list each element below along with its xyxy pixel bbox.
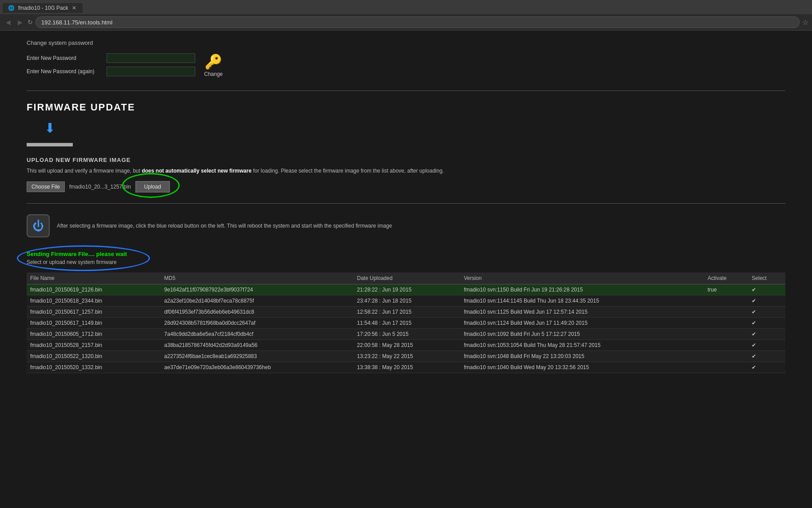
cell-select[interactable]: ✔ [748,295,785,307]
cell-md5: 7a48c9dd2dba6e5ea7cf2184cf0db4cf [161,329,353,340]
cell-activate: true [704,284,749,295]
select-firmware-hint: Select or upload new system firmware [27,259,785,265]
cell-date: 13:23:22 : May 22 2015 [354,351,461,362]
cell-md5: ae37de71e09e720a3eb06a3e860439736heb [161,362,353,373]
nav-bar: ◀ ▶ ↻ ☆ [0,14,812,30]
table-row: fmadio10_20150618_2344.bina2a23ef10be2d1… [27,295,785,307]
choose-file-btn[interactable]: Choose File [27,181,65,192]
divider-1 [27,91,785,91]
cell-activate [704,295,749,307]
upload-desc-normal: This will upload and verify a firmware i… [27,168,142,174]
reload-btn[interactable]: ⏻ [27,214,50,237]
cell-version: fmadio10 svn:1125 Build Wed Jun 17 12:57… [460,307,704,318]
cell-select[interactable]: ✔ [748,318,785,329]
cell-version: fmadio10 svn:1048 Build Fri May 22 13:20… [460,351,704,362]
change-password-btn[interactable]: 🔑 Change [204,53,223,77]
reload-icon: ⏻ [32,219,44,233]
reload-section: ⏻ After selecting a firmware image, clic… [27,214,785,237]
firmware-section: FIRMWARE UPDATE ⬇ ▬▬▬▬ UPLOAD NEW FIRMWA… [27,102,785,193]
firmware-table: File Name MD5 Date Uploaded Version Acti… [27,272,785,373]
cell-date: 21:28:22 : Jun 19 2015 [354,284,461,295]
upload-desc-end: for loading. Please select the firmware … [252,168,444,174]
upload-btn[interactable]: Upload [135,181,170,193]
cell-select[interactable]: ✔ [748,284,785,295]
firmware-icon-area: ⬇ ▬▬▬▬ [27,120,785,150]
col-activate: Activate [704,272,749,284]
cell-filename: fmadio10_20150522_1320.bin [27,351,161,362]
cell-filename: fmadio10_20150617_1257.bin [27,307,161,318]
file-name-display: fmadio10_20...3_1257.bin [69,184,131,190]
chip-icon: ▬▬▬▬ [27,136,73,150]
upload-btn-wrapper: Upload [135,181,170,193]
cell-select[interactable]: ✔ [748,362,785,373]
cell-version: fmadio10 svn:1124 Build Wed Jun 17 11:49… [460,318,704,329]
sending-status-text: Sending Firmware File.... please wait [27,251,127,257]
cell-select[interactable]: ✔ [748,329,785,340]
cell-version: fmadio10 svn:1040 Build Wed May 20 13:32… [460,362,704,373]
new-password-again-input[interactable] [106,67,195,76]
cell-date: 23:47:28 : Jun 18 2015 [354,295,461,307]
upload-desc-bold: does not automatically select new firmwa… [142,168,251,174]
new-password-again-row: Enter New Password (again) [27,67,195,76]
star-btn[interactable]: ☆ [802,18,808,27]
back-btn[interactable]: ◀ [4,18,13,27]
new-password-row: Enter New Password [27,53,195,63]
table-row: fmadio10_20150617_1257.bindf06f41953ef73… [27,307,785,318]
cell-version: fmadio10 svn:1144:1145 Build Thu Jun 18 … [460,295,704,307]
cell-activate [704,329,749,340]
cell-select[interactable]: ✔ [748,351,785,362]
table-row: fmadio10_20150520_1332.binae37de71e09e72… [27,362,785,373]
cell-date: 11:54:48 : Jun 17 2015 [354,318,461,329]
new-password-again-label: Enter New Password (again) [27,68,106,75]
cell-md5: a38ba2185786745fd42d2d93a9149a56 [161,340,353,351]
firmware-title: FIRMWARE UPDATE [27,102,785,113]
cell-date: 17:20:56 : Jun 5 2015 [354,329,461,340]
refresh-btn[interactable]: ↻ [28,19,33,26]
table-header-row: File Name MD5 Date Uploaded Version Acti… [27,272,785,284]
forward-btn[interactable]: ▶ [16,18,25,27]
table-row: fmadio10_20150605_1712.bin7a48c9dd2dba6e… [27,329,785,340]
change-label: Change [204,71,223,77]
cell-activate [704,307,749,318]
sending-circle-annotation [17,245,150,271]
password-section: Change system password Enter New Passwor… [27,39,785,80]
col-md5: MD5 [161,272,353,284]
table-row: fmadio10_20150528_2157.bina38ba218578674… [27,340,785,351]
cell-md5: 9e1642af11f079087922e3bf9037f724 [161,284,353,295]
cell-filename: fmadio10_20150618_2344.bin [27,295,161,307]
tab-close-btn[interactable]: ✕ [72,5,76,11]
browser-tab[interactable]: 🌐 fmadio10 - 10G Pack ✕ [3,3,83,13]
cell-select[interactable]: ✔ [748,340,785,351]
new-password-label: Enter New Password [27,55,106,61]
table-row: fmadio10_20150522_1320.bina2273524f6bae1… [27,351,785,362]
browser-chrome: 🌐 fmadio10 - 10G Pack ✕ ◀ ▶ ↻ ☆ [0,0,812,31]
col-filename: File Name [27,272,161,284]
cell-md5: a2273524f6bae1cec8eab1a692925883 [161,351,353,362]
cell-activate [704,362,749,373]
cell-filename: fmadio10_20150520_1332.bin [27,362,161,373]
cell-filename: fmadio10_20150605_1712.bin [27,329,161,340]
table-row: fmadio10_20150619_2126.bin9e1642af11f079… [27,284,785,295]
cell-activate [704,351,749,362]
cell-md5: 28d924308b5781f968ba0d0dcc2647af [161,318,353,329]
col-date: Date Uploaded [354,272,461,284]
cell-version: fmadio10 svn:1053:1054 Build Thu May 28 … [460,340,704,351]
cell-date: 22:00:58 : May 28 2015 [354,340,461,351]
cell-date: 13:38:38 : May 20 2015 [354,362,461,373]
download-arrow-icon: ⬇ [44,120,55,136]
tab-favicon: 🌐 [8,5,15,11]
tab-title: fmadio10 - 10G Pack [18,5,68,11]
address-bar[interactable] [35,16,800,28]
new-password-input[interactable] [106,53,195,63]
cell-version: fmadio10 svn:1150 Build Fri Jun 19 21:26… [460,284,704,295]
upload-subtitle: UPLOAD NEW FIRMWARE IMAGE [27,157,785,163]
cell-select[interactable]: ✔ [748,307,785,318]
cell-filename: fmadio10_20150528_2157.bin [27,340,161,351]
page-content: Change system password Enter New Passwor… [0,31,812,382]
cell-filename: fmadio10_20150617_1149.bin [27,318,161,329]
upload-description: This will upload and verify a firmware i… [27,168,785,174]
sending-status-area: Sending Firmware File.... please wait Se… [27,244,785,265]
col-select: Select [748,272,785,284]
cell-md5: df06f41953ef73b56d6eb6eb49631dc8 [161,307,353,318]
table-row: fmadio10_20150617_1149.bin28d924308b5781… [27,318,785,329]
